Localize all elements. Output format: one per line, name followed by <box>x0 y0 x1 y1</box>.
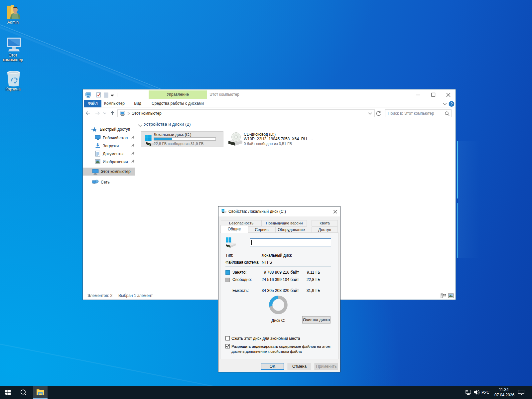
svg-text:?: ? <box>450 102 453 106</box>
